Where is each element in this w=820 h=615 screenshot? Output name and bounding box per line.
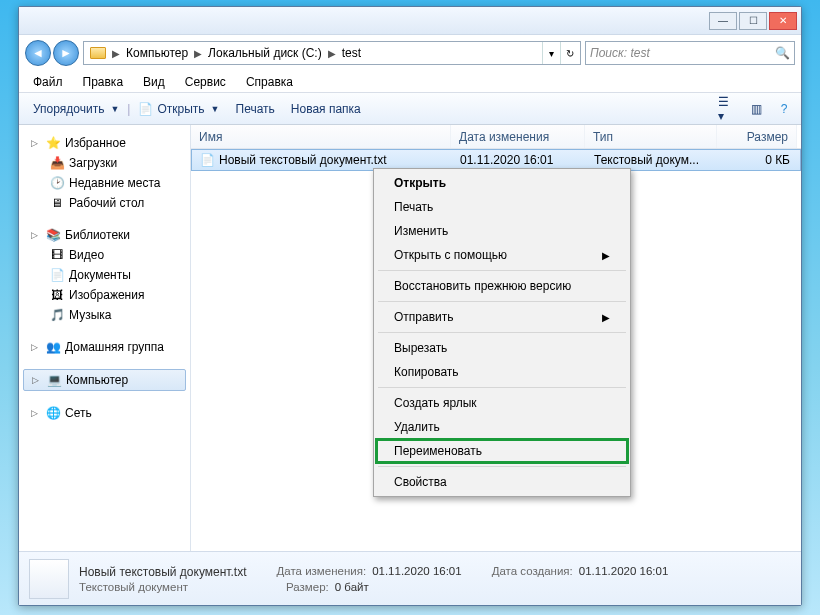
sidebar-item-music[interactable]: 🎵Музыка — [19, 305, 190, 325]
breadcrumb-segment[interactable]: Локальный диск (C:) — [204, 46, 326, 60]
menu-view[interactable]: Вид — [135, 73, 173, 91]
music-icon: 🎵 — [49, 307, 65, 323]
statusbar: Новый текстовый документ.txt Дата измене… — [19, 551, 801, 605]
status-title: Новый текстовый документ.txt — [79, 565, 247, 579]
sidebar-network[interactable]: ▷🌐Сеть — [19, 403, 190, 423]
homegroup-icon: 👥 — [45, 339, 61, 355]
minimize-button[interactable]: — — [709, 12, 737, 30]
menubar: Файл Правка Вид Сервис Справка — [19, 71, 801, 93]
breadcrumb-segment[interactable]: Компьютер — [122, 46, 192, 60]
textfile-icon: 📄 — [200, 153, 215, 167]
nav-row: ◄ ► ▶ Компьютер ▶ Локальный диск (C:) ▶ … — [19, 35, 801, 71]
chevron-right-icon: ▶ — [602, 312, 610, 323]
help-icon[interactable]: ? — [773, 98, 795, 120]
status-datecreated-label: Дата создания: — [492, 565, 573, 579]
file-size: 0 КБ — [718, 153, 798, 167]
status-datemod-value: 01.11.2020 16:01 — [372, 565, 462, 579]
status-datemod-label: Дата изменения: — [277, 565, 367, 579]
sidebar: ▷⭐Избранное 📥Загрузки 🕑Недавние места 🖥Р… — [19, 125, 191, 551]
cm-delete[interactable]: Удалить — [376, 415, 628, 439]
sidebar-item-documents[interactable]: 📄Документы — [19, 265, 190, 285]
recent-icon: 🕑 — [49, 175, 65, 191]
breadcrumb-segment[interactable]: test — [338, 46, 365, 60]
open-button[interactable]: 📄Открыть▼ — [130, 98, 227, 120]
view-options-icon[interactable]: ☰ ▾ — [717, 98, 739, 120]
toolbar: Упорядочить▼ | 📄Открыть▼ Печать Новая па… — [19, 93, 801, 125]
status-subtitle: Текстовый документ — [79, 581, 188, 593]
close-button[interactable]: ✕ — [769, 12, 797, 30]
file-type: Текстовый докум... — [586, 153, 718, 167]
status-file-icon — [29, 559, 69, 599]
document-icon: 📄 — [49, 267, 65, 283]
search-placeholder: Поиск: test — [590, 46, 650, 60]
document-icon: 📄 — [138, 102, 153, 116]
menu-file[interactable]: Файл — [25, 73, 71, 91]
cm-open[interactable]: Открыть — [376, 171, 628, 195]
col-header-name[interactable]: Имя — [191, 125, 451, 148]
back-button[interactable]: ◄ — [25, 40, 51, 66]
cm-print[interactable]: Печать — [376, 195, 628, 219]
desktop-icon: 🖥 — [49, 195, 65, 211]
print-button[interactable]: Печать — [228, 98, 283, 120]
sidebar-libraries[interactable]: ▷📚Библиотеки — [19, 225, 190, 245]
organize-button[interactable]: Упорядочить▼ — [25, 98, 127, 120]
sidebar-item-pictures[interactable]: 🖼Изображения — [19, 285, 190, 305]
new-folder-button[interactable]: Новая папка — [283, 98, 369, 120]
cm-copy[interactable]: Копировать — [376, 360, 628, 384]
sidebar-favorites[interactable]: ▷⭐Избранное — [19, 133, 190, 153]
col-header-size[interactable]: Размер — [717, 125, 797, 148]
search-icon[interactable]: 🔍 — [775, 46, 790, 60]
forward-button[interactable]: ► — [53, 40, 79, 66]
menu-edit[interactable]: Правка — [75, 73, 132, 91]
computer-icon: 💻 — [46, 372, 62, 388]
sidebar-homegroup[interactable]: ▷👥Домашняя группа — [19, 337, 190, 357]
context-menu: Открыть Печать Изменить Открыть с помощь… — [373, 168, 631, 497]
list-header: Имя Дата изменения Тип Размер — [191, 125, 801, 149]
sidebar-item-desktop[interactable]: 🖥Рабочий стол — [19, 193, 190, 213]
libraries-icon: 📚 — [45, 227, 61, 243]
cm-restore-version[interactable]: Восстановить прежнюю версию — [376, 274, 628, 298]
cm-properties[interactable]: Свойства — [376, 470, 628, 494]
cm-cut[interactable]: Вырезать — [376, 336, 628, 360]
breadcrumb[interactable]: ▶ Компьютер ▶ Локальный диск (C:) ▶ test… — [83, 41, 581, 65]
folder-icon — [90, 47, 106, 59]
status-size-value: 0 байт — [335, 581, 369, 593]
refresh-icon[interactable]: ↻ — [560, 42, 578, 64]
cm-rename[interactable]: Переименовать — [376, 439, 628, 463]
cm-edit[interactable]: Изменить — [376, 219, 628, 243]
sidebar-item-recent[interactable]: 🕑Недавние места — [19, 173, 190, 193]
status-size-label: Размер: — [286, 581, 329, 593]
status-datecreated-value: 01.11.2020 16:01 — [579, 565, 669, 579]
star-icon: ⭐ — [45, 135, 61, 151]
menu-help[interactable]: Справка — [238, 73, 301, 91]
titlebar: — ☐ ✕ — [19, 7, 801, 35]
video-icon: 🎞 — [49, 247, 65, 263]
sidebar-item-downloads[interactable]: 📥Загрузки — [19, 153, 190, 173]
file-date: 01.11.2020 16:01 — [452, 153, 586, 167]
preview-pane-icon[interactable]: ▥ — [745, 98, 767, 120]
chevron-right-icon: ▶ — [602, 250, 610, 261]
image-icon: 🖼 — [49, 287, 65, 303]
maximize-button[interactable]: ☐ — [739, 12, 767, 30]
breadcrumb-dropdown-icon[interactable]: ▾ — [542, 42, 560, 64]
cm-open-with[interactable]: Открыть с помощью▶ — [376, 243, 628, 267]
sidebar-computer[interactable]: ▷💻Компьютер — [23, 369, 186, 391]
col-header-date[interactable]: Дата изменения — [451, 125, 585, 148]
cm-send-to[interactable]: Отправить▶ — [376, 305, 628, 329]
sidebar-item-videos[interactable]: 🎞Видео — [19, 245, 190, 265]
cm-shortcut[interactable]: Создать ярлык — [376, 391, 628, 415]
search-input[interactable]: Поиск: test 🔍 — [585, 41, 795, 65]
menu-tools[interactable]: Сервис — [177, 73, 234, 91]
folder-icon: 📥 — [49, 155, 65, 171]
col-header-type[interactable]: Тип — [585, 125, 717, 148]
network-icon: 🌐 — [45, 405, 61, 421]
